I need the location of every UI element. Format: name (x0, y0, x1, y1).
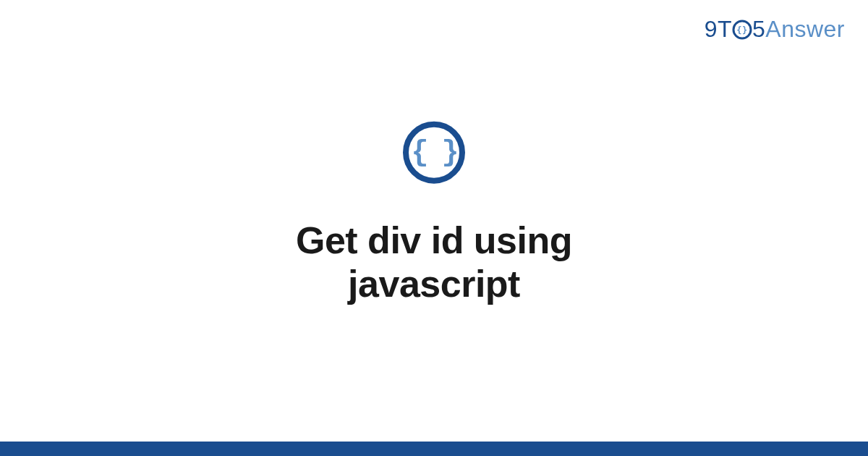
braces-glyph: { } (411, 136, 456, 169)
logo-o-icon: {} (732, 20, 752, 40)
svg-text:{}: {} (736, 25, 747, 35)
logo-text-9t: 9T (705, 16, 732, 42)
logo-text-5: 5 (752, 16, 765, 42)
site-logo: 9T{}5Answer (705, 16, 845, 43)
code-braces-icon: { } (403, 122, 465, 184)
logo-text-answer: Answer (765, 16, 845, 42)
main-content: { } Get div id using javascript (217, 122, 651, 305)
footer-accent-bar (0, 442, 868, 456)
page-title: Get div id using javascript (217, 219, 651, 305)
